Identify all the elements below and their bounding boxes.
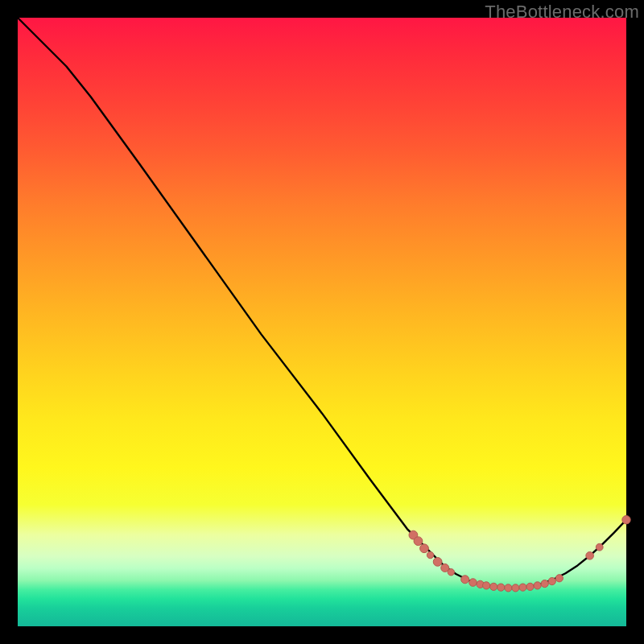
data-point <box>420 544 429 553</box>
data-point <box>548 577 555 584</box>
data-point <box>555 575 563 582</box>
chart-overlay <box>18 18 626 626</box>
data-point <box>490 583 497 590</box>
data-point <box>526 583 534 590</box>
watermark-text: TheBottleneck.com <box>485 2 639 23</box>
data-point <box>519 584 526 591</box>
data-point <box>461 576 469 584</box>
data-point <box>596 543 603 551</box>
data-point <box>586 552 594 560</box>
bottleneck-curve <box>18 18 626 588</box>
data-point <box>483 582 490 589</box>
data-point <box>505 584 512 592</box>
data-point-markers <box>409 516 630 592</box>
data-point <box>414 537 423 546</box>
chart-stage: TheBottleneck.com <box>0 0 644 644</box>
data-point <box>497 584 505 591</box>
data-point <box>541 580 548 587</box>
data-point <box>512 584 519 592</box>
data-point <box>448 569 454 576</box>
data-point <box>433 557 442 566</box>
data-point <box>534 582 541 589</box>
data-point <box>622 516 630 524</box>
data-point <box>427 551 433 558</box>
data-point <box>469 579 477 587</box>
